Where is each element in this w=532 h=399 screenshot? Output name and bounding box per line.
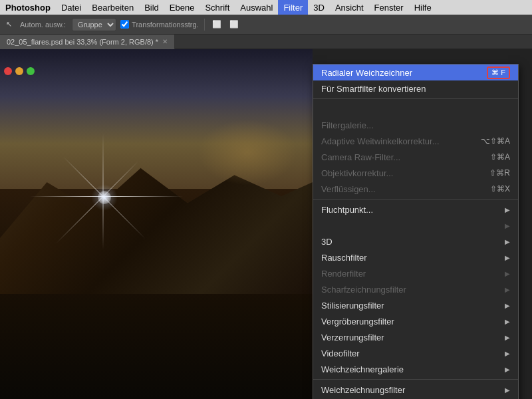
- menu-item-vergroberungsfilter: Scharfzeichnungsfilter ▶: [313, 281, 518, 297]
- arrow-icon-weichzeichnergalerie: ▶: [505, 334, 510, 341]
- arrow-icon-videofilter: ▶: [505, 318, 510, 325]
- menu-item-stilisierungsfilter: Renderfilter ▶: [313, 265, 518, 281]
- separator-3: [313, 379, 518, 380]
- separator-1: [313, 98, 518, 99]
- menu-label-videofilter: Vergröberungsfilter: [321, 317, 394, 327]
- minimize-button[interactable]: [15, 67, 23, 75]
- menu-item-3d[interactable]: Fluchtpunkt... ▶: [313, 201, 518, 217]
- menu-label-radialer-weichzeichner: Radialer Weichzeichner: [321, 68, 412, 78]
- menu-item-radialer-weichzeichner[interactable]: Radialer Weichzeichner ⌘ F: [313, 65, 518, 80]
- menu-ansicht[interactable]: Ansicht: [330, 0, 369, 15]
- menu-label-3d: Fluchtpunkt...: [321, 205, 373, 215]
- menu-hilfe[interactable]: Hilfe: [409, 0, 437, 15]
- menu-datei[interactable]: Datei: [56, 0, 86, 15]
- menu-label-digimarc: Weichzeichnungsfilter: [321, 385, 405, 395]
- menu-label-verzerrungsfilter: Stilisierungsfilter: [321, 301, 384, 311]
- arrow-icon-vergroberungsfilter: ▶: [505, 286, 510, 293]
- menu-shortcut-verfluessigen: ⇧⌘R: [489, 168, 510, 178]
- arrow-icon-digimarc: ▶: [505, 386, 510, 394]
- tabbar: 02_05_flares.psd bei 33,3% (Form 2, RGB/…: [0, 35, 532, 49]
- menu-item-camera-raw: Adaptive Weitwinkelkorrektur... ⌥⇧⌘A: [313, 133, 518, 149]
- menu-filter[interactable]: Filter: [278, 0, 308, 15]
- menu-bearbeiten[interactable]: Bearbeiten: [86, 0, 139, 15]
- menu-item-rauschfilter: ▶: [313, 217, 518, 233]
- menu-label-adaptive-weitwinkel: Filtergalerie...: [321, 120, 374, 130]
- canvas-area: Radialer Weichzeichner ⌘ F Für Smartfilt…: [0, 49, 532, 399]
- traffic-lights: [4, 67, 35, 75]
- menu-bild[interactable]: Bild: [139, 0, 164, 15]
- menu-item-smartfilter[interactable]: Für Smartfilter konvertieren: [313, 80, 518, 96]
- menu-shortcut-radialer-weichzeichner: ⌘ F: [487, 66, 510, 79]
- arrow-icon-weichzeichnungsfilter: ▶: [505, 350, 510, 357]
- menu-label-fluchtpunkt: Verflüssigen...: [321, 184, 376, 194]
- arrow-icon-stilisierungsfilter: ▶: [505, 270, 510, 277]
- tab-close-icon[interactable]: ✕: [162, 38, 168, 45]
- menu-item-verfluessigen: Objektivkorrektur... ⇧⌘R: [313, 165, 518, 181]
- menu-label-sonstige-filter: Weichzeichnergalerie: [321, 364, 404, 374]
- arrow-icon-scharfzeichnungsfilter: ▶: [505, 254, 510, 261]
- arrow-icon-renderfilter: ▶: [505, 238, 510, 245]
- menu-item-scharfzeichnungsfilter[interactable]: Rauschfilter ▶: [313, 249, 518, 265]
- menu-label-weichzeichnergalerie: Verzerrungsfilter: [321, 332, 384, 342]
- menu-item-fluchtpunkt: Verflüssigen... ⇧⌘X: [313, 181, 518, 197]
- arrow-icon-verzerrungsfilter: ▶: [505, 302, 510, 309]
- menu-item-objektivkorrektur: Camera Raw-Filter... ⇧⌘A: [313, 149, 518, 165]
- menu-item-digimarc[interactable]: Weichzeichnungsfilter ▶: [313, 382, 518, 398]
- menu-label-scharfzeichnungsfilter: Rauschfilter: [321, 253, 367, 263]
- app-name: Photoshop: [4, 3, 56, 13]
- move-tool-icon: ↖: [4, 20, 14, 29]
- menu-shortcut-objektivkorrektur: ⇧⌘A: [490, 152, 510, 162]
- menu-item-adaptive-weitwinkel: Filtergalerie...: [313, 117, 518, 133]
- transform-label: Transformationsstrg.: [132, 21, 198, 29]
- menu-auswahl[interactable]: Auswahl: [235, 0, 278, 15]
- menu-label-verfluessigen: Objektivkorrektur...: [321, 168, 393, 178]
- menu-item-videofilter[interactable]: Vergröberungsfilter ▶: [313, 313, 518, 329]
- menubar: Photoshop Datei Bearbeiten Bild Ebene Sc…: [0, 0, 532, 15]
- menu-item-weichzeichnungsfilter[interactable]: Videofilter ▶: [313, 345, 518, 361]
- menu-label-smartfilter: Für Smartfilter konvertieren: [321, 84, 426, 94]
- menu-schrift[interactable]: Schrift: [200, 0, 235, 15]
- auto-select-dropdown[interactable]: Gruppe: [72, 18, 116, 31]
- menu-fenster[interactable]: Fenster: [369, 0, 409, 15]
- menu-shortcut-camera-raw: ⌥⇧⌘A: [481, 136, 510, 146]
- menu-label-vergroberungsfilter: Scharfzeichnungsfilter: [321, 285, 406, 295]
- menu-item-renderfilter[interactable]: 3D ▶: [313, 233, 518, 249]
- arrow-icon-3d: ▶: [505, 206, 510, 213]
- canvas-image: [0, 49, 313, 399]
- menu-item-sonstige-filter[interactable]: Weichzeichnergalerie ▶: [313, 361, 518, 377]
- tab-filename: 02_05_flares.psd bei 33,3% (Form 2, RGB/…: [7, 38, 158, 46]
- auto-select-label: Autom. ausw.:: [18, 21, 68, 29]
- menu-3d[interactable]: 3D: [308, 0, 330, 15]
- menu-item-filtergalerie[interactable]: [313, 101, 518, 117]
- menu-ebene[interactable]: Ebene: [164, 0, 200, 15]
- menu-label-weichzeichnungsfilter: Videofilter: [321, 348, 360, 358]
- transform-checkbox[interactable]: [120, 20, 129, 29]
- menu-item-verzerrungsfilter[interactable]: Stilisierungsfilter ▶: [313, 297, 518, 313]
- menu-label-camera-raw: Adaptive Weitwinkelkorrektur...: [321, 136, 440, 146]
- arrow-icon-rauschfilter: ▶: [505, 222, 510, 229]
- close-button[interactable]: [4, 67, 12, 75]
- align-left-icon[interactable]: ⬜: [210, 20, 223, 29]
- menu-label-stilisierungsfilter: Renderfilter: [321, 269, 366, 279]
- arrow-icon-sonstige-filter: ▶: [505, 366, 510, 373]
- separator-2: [313, 199, 518, 200]
- toolbar-separator-1: [204, 19, 205, 31]
- filter-dropdown-menu: Radialer Weichzeichner ⌘ F Für Smartfilt…: [313, 64, 519, 399]
- toolbar: ↖ Autom. ausw.: Gruppe Transformationsst…: [0, 15, 532, 35]
- menu-item-weichzeichnergalerie[interactable]: Verzerrungsfilter ▶: [313, 329, 518, 345]
- menu-label-renderfilter: 3D: [321, 237, 332, 247]
- align-center-icon[interactable]: ⬜: [227, 20, 241, 29]
- menu-shortcut-fluchtpunkt: ⇧⌘X: [490, 184, 510, 194]
- maximize-button[interactable]: [27, 67, 35, 75]
- document-tab[interactable]: 02_05_flares.psd bei 33,3% (Form 2, RGB/…: [0, 35, 175, 49]
- menu-label-objektivkorrektur: Camera Raw-Filter...: [321, 152, 400, 162]
